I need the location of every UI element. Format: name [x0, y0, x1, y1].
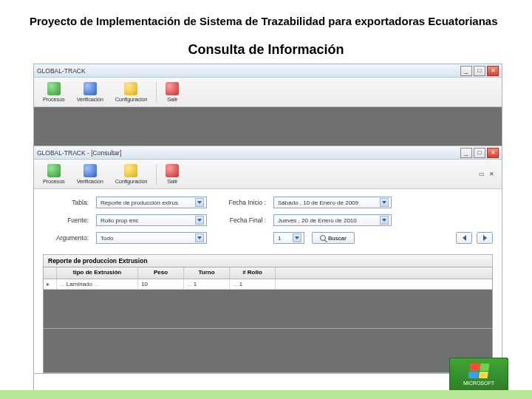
window-1: GLOBAL-TRACK _ □ ✕ Procesos Verificación… — [33, 64, 502, 146]
buscar-label: Buscar — [328, 235, 347, 242]
configuracion-label: Configuración — [115, 178, 148, 185]
argumento-dropdown[interactable]: Todo — [96, 232, 207, 244]
col-peso[interactable]: Peso — [138, 267, 184, 279]
query-form: Tabla: Reporte de producción extrus Fech… — [34, 189, 502, 254]
procesos-label: Procesos — [43, 178, 65, 185]
row-selector-header — [44, 267, 57, 279]
numero-value: 1 — [278, 235, 281, 242]
windows-flag-icon — [468, 364, 490, 378]
verificacion-icon — [83, 164, 97, 177]
child-restore-button[interactable]: ▭ — [479, 171, 485, 177]
fecha-inicio-value: Sábado , 10 de Enero de 2009 — [278, 200, 358, 206]
toolbar2-procesos[interactable]: Procesos — [38, 163, 69, 186]
slide-title: Proyecto de Implementación de Sistema de… — [0, 0, 532, 35]
cell-tipo: ...Laminado... — [57, 279, 138, 289]
salir-icon — [166, 82, 179, 95]
close-button[interactable]: ✕ — [487, 66, 499, 76]
window-2: GLOBAL-TRACK - [Consultar] _ □ ✕ Proceso… — [33, 146, 502, 374]
fuente-label: Fuente: — [43, 216, 89, 224]
col-tipo[interactable]: tipo de Extrusión — [57, 267, 138, 279]
configuracion-icon — [124, 164, 137, 177]
next-button[interactable] — [477, 232, 493, 244]
mdi-client-area-1 — [34, 107, 502, 146]
toolbar2-verificacion[interactable]: Verificación — [72, 163, 108, 186]
toolbar-salir[interactable]: Salir — [161, 81, 183, 104]
close-button-2[interactable]: ✕ — [487, 148, 499, 158]
toolbar-verificacion[interactable]: Verificación — [72, 81, 108, 104]
data-grid: tipo de Extrusión Peso Turno # Rollo ▸ .… — [43, 267, 493, 329]
procesos-icon — [47, 164, 61, 177]
salir-icon — [166, 164, 179, 177]
chevron-down-icon — [195, 198, 204, 207]
toolbar2-salir[interactable]: Salir — [161, 163, 183, 186]
grid-caption: Reporte de produccion Extrusion — [43, 254, 493, 267]
window-1-title: GLOBAL-TRACK — [37, 67, 460, 75]
tabla-value: Reporte de producción extrus — [100, 200, 178, 206]
toolbar-configuracion[interactable]: Configuración — [111, 81, 152, 104]
fecha-fin-picker[interactable]: Jueves , 20 de Enero de 2010 — [273, 214, 392, 226]
search-icon — [320, 235, 326, 241]
fuente-value: Rollo prop enc — [100, 217, 139, 224]
configuracion-label: Configuración — [115, 96, 148, 103]
child-close-button[interactable]: ✕ — [489, 171, 494, 177]
verificacion-icon — [83, 82, 97, 95]
salir-label: Salir — [167, 178, 177, 185]
toolbar-2: Procesos Verificación Configuración Sali… — [34, 160, 502, 189]
chevron-left-icon — [463, 235, 466, 241]
toolbar-1: Procesos Verificación Configuración Sali… — [34, 78, 502, 107]
col-turno[interactable]: Turno — [184, 267, 230, 279]
chevron-down-icon — [195, 216, 204, 225]
cell-turno: ...1 — [184, 279, 230, 289]
chevron-down-icon — [380, 198, 389, 207]
tabla-dropdown[interactable]: Reporte de producción extrus — [96, 197, 207, 208]
buscar-button[interactable]: Buscar — [312, 232, 355, 244]
salir-label: Salir — [167, 96, 177, 103]
fuente-dropdown[interactable]: Rollo prop enc — [96, 214, 207, 226]
fecha-fin-value: Jueves , 20 de Enero de 2010 — [278, 217, 357, 224]
procesos-icon — [47, 82, 61, 95]
grid-header: tipo de Extrusión Peso Turno # Rollo — [44, 267, 492, 279]
box-label: MICROSOFT — [463, 381, 494, 386]
maximize-button[interactable]: □ — [474, 66, 485, 76]
window-2-title: GLOBAL-TRACK - [Consultar] — [37, 149, 460, 157]
fecha-inicio-picker[interactable]: Sábado , 10 de Enero de 2009 — [273, 197, 392, 208]
table-row[interactable]: ▸ ...Laminado... 10 ...1 ...1 — [44, 279, 492, 290]
toolbar-separator — [156, 82, 157, 103]
verificacion-label: Verificación — [77, 96, 103, 103]
toolbar-procesos[interactable]: Procesos — [38, 81, 69, 104]
configuracion-icon — [124, 82, 137, 95]
titlebar-1: GLOBAL-TRACK _ □ ✕ — [34, 64, 502, 78]
fecha-inicio-label: Fecha Inicio : — [214, 199, 266, 206]
cell-rollo: ...1 — [230, 279, 276, 289]
software-box-logo: MICROSOFT — [449, 358, 508, 392]
fecha-fin-label: Fecha Final : — [214, 216, 266, 224]
chevron-right-icon — [483, 235, 487, 241]
slide-footer-bar — [0, 390, 532, 399]
tabla-label: Tabla: — [43, 199, 89, 206]
grid-footer-area — [43, 329, 493, 373]
chevron-down-icon — [380, 216, 389, 225]
maximize-button-2[interactable]: □ — [474, 148, 485, 158]
titlebar-2: GLOBAL-TRACK - [Consultar] _ □ ✕ — [34, 146, 502, 160]
prev-button[interactable] — [456, 232, 472, 244]
cell-peso: 10 — [138, 279, 184, 289]
argumento-value: Todo — [100, 235, 113, 242]
verificacion-label: Verificación — [77, 178, 103, 185]
argumento-label: Argumento: — [43, 234, 89, 242]
toolbar2-configuracion[interactable]: Configuración — [111, 163, 152, 186]
procesos-label: Procesos — [43, 96, 65, 103]
chevron-down-icon — [293, 233, 301, 242]
col-rollo[interactable]: # Rollo — [230, 267, 276, 279]
chevron-down-icon — [195, 233, 204, 242]
minimize-button[interactable]: _ — [460, 66, 472, 76]
numero-stepper[interactable]: 1 — [273, 232, 304, 244]
toolbar-separator — [156, 164, 157, 185]
grid-empty-area — [44, 290, 492, 328]
slide-heading: Consulta de Información — [0, 35, 532, 64]
row-indicator: ▸ — [44, 279, 57, 289]
minimize-button-2[interactable]: _ — [460, 148, 472, 158]
